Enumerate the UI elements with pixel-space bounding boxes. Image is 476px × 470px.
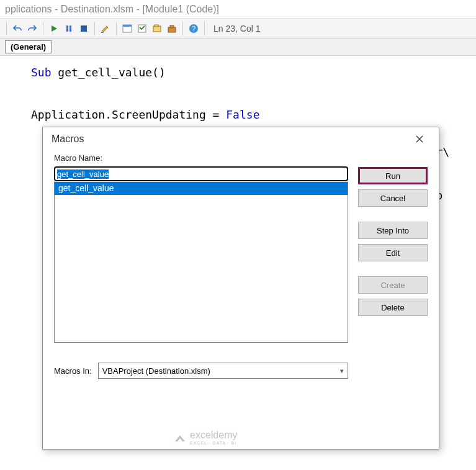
close-icon [415,135,424,143]
toolbox-button[interactable] [165,22,179,35]
macro-name-label: Macro Name: [54,153,348,163]
macros-in-label: Macros In: [54,366,92,376]
code-editor[interactable]: Sub get_cell_value() Application.ScreenU… [0,56,476,132]
run-button[interactable]: Run [358,167,428,184]
window-title: pplications - Destination.xlsm - [Module… [5,4,219,15]
code-line: Sub get_cell_value() [31,62,445,83]
code-line: Application.ScreenUpdating = False [31,104,445,125]
stop-button[interactable] [77,22,91,35]
object-browser-button[interactable] [150,22,164,35]
object-dropdown[interactable]: (General) [5,40,52,53]
create-button: Create [358,276,428,294]
project-explorer-button[interactable] [120,22,134,35]
macros-in-value: VBAProject (Destination.xlsm) [102,366,210,376]
svg-rect-1 [66,25,68,32]
code-line [31,83,445,104]
window-titlebar: pplications - Destination.xlsm - [Module… [0,0,476,19]
dialog-titlebar: Macros [43,127,439,151]
redo-button[interactable] [25,22,39,35]
separator [94,22,95,35]
separator [116,22,117,35]
object-procedure-bar: (General) [0,38,476,56]
dialog-title: Macros [52,133,84,145]
svg-rect-3 [81,25,87,32]
undo-button[interactable] [11,22,24,35]
edit-button[interactable]: Edit [358,244,428,261]
svg-rect-9 [155,25,158,27]
pause-button[interactable] [62,22,76,35]
cursor-position: Ln 23, Col 1 [213,24,261,34]
close-button[interactable] [409,130,430,148]
delete-button[interactable]: Delete [358,299,428,316]
step-into-button[interactable]: Step Into [358,222,428,239]
run-button[interactable] [47,22,61,35]
separator [204,22,205,35]
separator [6,22,7,35]
macros-in-dropdown[interactable]: VBAProject (Destination.xlsm) ▾ [98,363,348,379]
help-button[interactable]: ? [187,22,200,35]
cancel-button[interactable]: Cancel [358,189,428,207]
svg-marker-0 [52,25,57,32]
svg-rect-2 [70,25,71,32]
macro-list-item[interactable]: get_cell_value [55,181,348,195]
design-mode-button[interactable] [99,22,112,35]
macro-name-input[interactable] [54,166,348,181]
svg-rect-6 [123,25,132,27]
macros-dialog: Macros Macro Name: get_cell_value Macros… [42,127,439,450]
svg-rect-4 [101,32,104,33]
separator [43,22,43,35]
toolbar: ? Ln 23, Col 1 [0,19,476,38]
separator [182,22,183,35]
macro-list[interactable]: get_cell_value [54,181,348,343]
svg-text:?: ? [192,25,195,32]
chevron-down-icon: ▾ [340,367,344,375]
properties-button[interactable] [135,22,149,35]
svg-rect-11 [170,25,174,28]
